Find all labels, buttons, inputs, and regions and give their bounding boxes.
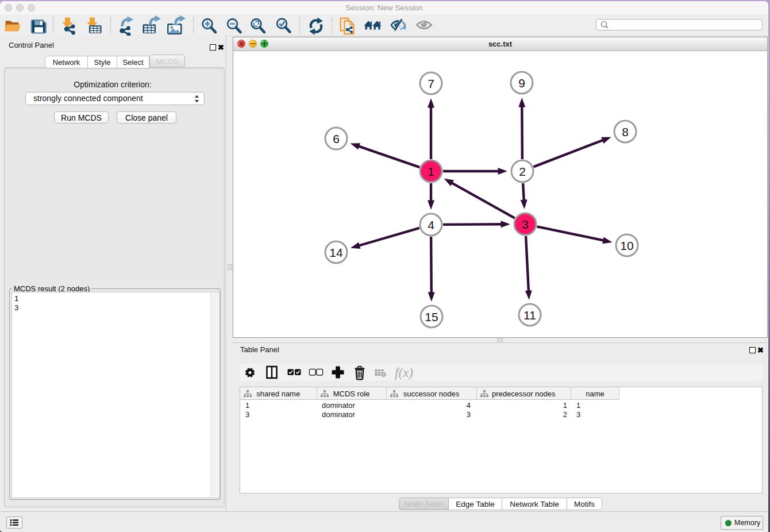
svg-text:1: 1 [428,165,434,178]
svg-text:10: 10 [620,239,633,252]
svg-text:15: 15 [425,310,438,323]
svg-text:14: 14 [329,246,343,259]
svg-text:2: 2 [519,165,526,178]
svg-text:9: 9 [518,76,525,90]
svg-text:6: 6 [333,132,340,145]
svg-text:8: 8 [622,125,629,138]
svg-text:3: 3 [522,218,529,231]
svg-text:f(x): f(x) [395,365,413,380]
svg-text:7: 7 [428,77,434,90]
svg-text:11: 11 [523,309,536,322]
svg-text:4: 4 [428,218,434,232]
